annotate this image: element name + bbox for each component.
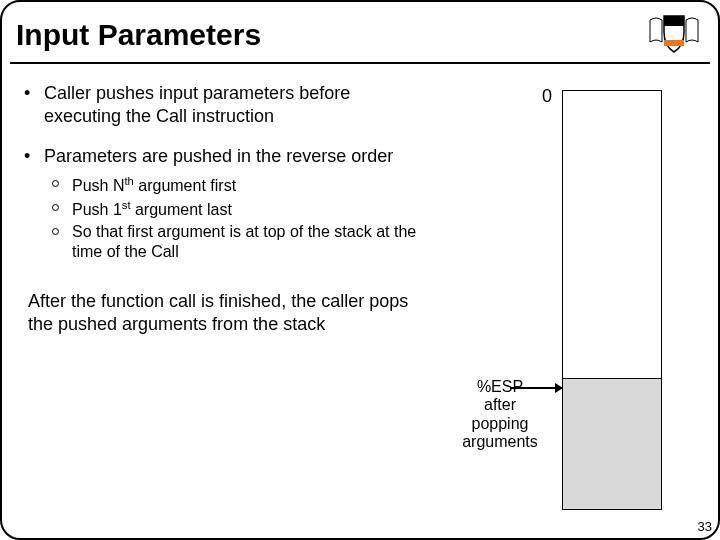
princeton-shield-icon (644, 12, 704, 58)
svg-rect-0 (664, 40, 684, 46)
esp-line2: after (484, 396, 516, 413)
page-number: 33 (698, 519, 712, 534)
title-bar: Input Parameters (10, 8, 710, 64)
bullet-2-text: Parameters are pushed in the reverse ord… (44, 146, 393, 166)
bullet-2: Parameters are pushed in the reverse ord… (20, 145, 430, 262)
esp-line3: popping (472, 415, 529, 432)
sub-bullet-3: So that first argument is at top of the … (44, 222, 430, 262)
sub2-post: argument last (131, 201, 232, 218)
sub3-text: So that first argument is at top of the … (72, 223, 416, 260)
content-area: Caller pushes input parameters before ex… (20, 82, 430, 335)
bullet-1: Caller pushes input parameters before ex… (20, 82, 430, 127)
bullet-1-text: Caller pushes input parameters before ex… (44, 83, 350, 126)
stack-shaded-region (563, 378, 661, 509)
esp-label: %ESP after popping arguments (450, 378, 550, 452)
sub-bullet-1: Push Nth argument first (44, 174, 430, 196)
stack-diagram (562, 90, 662, 510)
after-paragraph: After the function call is finished, the… (20, 290, 430, 335)
sub1-pre: Push N (72, 177, 124, 194)
esp-line4: arguments (462, 433, 538, 450)
bullet-list: Caller pushes input parameters before ex… (20, 82, 430, 262)
sub1-sup: th (124, 175, 133, 187)
sub2-sup: st (122, 199, 131, 211)
sub-bullet-2: Push 1st argument last (44, 198, 430, 220)
esp-arrow-icon (510, 387, 562, 389)
sub-bullet-list: Push Nth argument first Push 1st argumen… (44, 174, 430, 263)
sub2-pre: Push 1 (72, 201, 122, 218)
slide-frame: Input Parameters Caller pushes input par… (0, 0, 720, 540)
stack-zero-label: 0 (542, 86, 552, 107)
sub1-post: argument first (134, 177, 236, 194)
slide-title: Input Parameters (16, 18, 261, 52)
